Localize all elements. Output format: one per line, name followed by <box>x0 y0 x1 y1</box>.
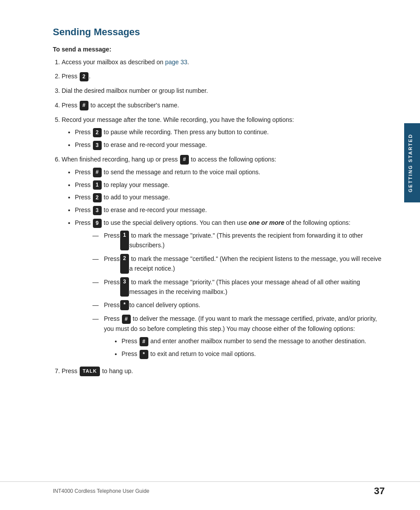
step-6-bullets: Press # to send the message and return t… <box>75 167 385 362</box>
step-5-text: Record your message after the tone. Whil… <box>62 116 294 123</box>
key-hash-step6: # <box>180 155 189 164</box>
step-1: Access your mailbox as described on page… <box>62 57 385 67</box>
dash-3: — Press 3 to mark the message "priority.… <box>92 277 385 297</box>
dash-5: — Press # to deliver the message. (If yo… <box>92 314 385 362</box>
dash-list: — Press 1 to mark the message "private."… <box>92 231 385 362</box>
dash-1: — Press 1 to mark the message "private."… <box>92 231 385 250</box>
step-2-text-before: Press <box>62 73 79 80</box>
step-1-text-after: . <box>188 59 189 66</box>
key-3-s5b2: 3 <box>93 141 102 150</box>
sub-bullet-list: Press # and enter another mailbox number… <box>122 336 385 359</box>
dash-5-content: Press # to deliver the message. (If you … <box>104 314 385 362</box>
footer-page-number: 37 <box>374 485 385 497</box>
step-5-bullets: Press 2 to pause while recording. Then p… <box>75 127 385 150</box>
dash-sym-1: — <box>92 231 101 250</box>
step-1-text-before: Access your mailbox as described on <box>62 59 165 66</box>
sub-bullet-1: Press # and enter another mailbox number… <box>122 336 385 346</box>
dash-2: — Press 2 to mark the message "certified… <box>92 254 385 274</box>
s5b2-after: to erase and re-record your message. <box>102 141 207 148</box>
section-label: GETTING STARTED <box>408 133 413 192</box>
step-7-before: Press <box>62 367 79 374</box>
intro-label: To send a message: <box>53 46 385 53</box>
key-hash-s6b1: # <box>93 168 102 177</box>
dash-sym-3: — <box>92 277 101 297</box>
step-6: When finished recording, hang up or pres… <box>62 154 385 362</box>
key-1-d1: 1 <box>120 231 129 250</box>
key-2-d2: 2 <box>120 254 129 274</box>
dash-sym-5: — <box>92 314 101 362</box>
page-container: GETTING STARTED Sending Messages To send… <box>0 0 420 510</box>
page-title: Sending Messages <box>53 26 385 38</box>
key-3-d3: 3 <box>120 277 129 297</box>
key-hash-sb1: # <box>140 337 148 346</box>
step-4-text-before: Press <box>62 102 79 109</box>
s5b1-after: to pause while recording. Then press any… <box>102 128 269 136</box>
step-7-after: to hang up. <box>100 367 133 374</box>
key-3-s6b4: 3 <box>93 206 102 215</box>
sub-bullet-2: Press * to exit and return to voice mail… <box>122 349 385 359</box>
key-talk-step7: TALK <box>80 367 100 376</box>
step-6-text-before: When finished recording, hang up or pres… <box>62 156 180 163</box>
key-2-step2: 2 <box>80 72 88 81</box>
key-9-s6b5: 9 <box>93 219 102 228</box>
dash-4: — Press * to cancel delivery options. <box>92 300 385 310</box>
dash-sym-4: — <box>92 300 101 310</box>
s5b1-before: Press <box>75 128 92 136</box>
step-1-link[interactable]: page 33 <box>165 59 188 66</box>
footer-left: INT4000 Cordless Telephone User Guide <box>53 488 149 494</box>
dash-sym-2: — <box>92 254 101 274</box>
s5b2-before: Press <box>75 141 92 148</box>
step-4-text-after: to accept the subscriber's name. <box>89 102 179 109</box>
step-5-bullet-2: Press 3 to erase and re-record your mess… <box>75 140 385 150</box>
step-7: Press TALK to hang up. <box>62 366 385 376</box>
key-hash-d5: # <box>122 315 131 324</box>
main-list: Access your mailbox as described on page… <box>62 57 385 376</box>
side-tab: GETTING STARTED <box>404 123 420 202</box>
step-4: Press # to accept the subscriber's name. <box>62 100 385 110</box>
key-2-s6b3: 2 <box>93 193 102 202</box>
step-6-text-after: to access the following options: <box>189 156 276 163</box>
step-5-bullet-1: Press 2 to pause while recording. Then p… <box>75 127 385 137</box>
key-hash-step4: # <box>80 101 88 110</box>
step-2: Press 2. <box>62 71 385 81</box>
key-star-sb2: * <box>140 350 148 359</box>
step-3: Dial the desired mailbox number or group… <box>62 86 385 95</box>
s6-bullet-4: Press 3 to erase and re-record your mess… <box>75 205 385 215</box>
one-or-more: one or more <box>249 219 284 226</box>
key-star-d4: * <box>120 300 129 310</box>
page-footer: INT4000 Cordless Telephone User Guide 37 <box>0 481 420 497</box>
step-2-text-after: . <box>89 73 91 80</box>
s6-bullet-3: Press 2 to add to your message. <box>75 192 385 202</box>
step-5: Record your message after the tone. Whil… <box>62 115 385 150</box>
s6-bullet-5: Press 9 to use the special delivery opti… <box>75 218 385 362</box>
key-2-s5b1: 2 <box>93 128 102 137</box>
s6-bullet-1: Press # to send the message and return t… <box>75 167 385 177</box>
key-1-s6b2: 1 <box>93 180 102 190</box>
step-3-text: Dial the desired mailbox number or group… <box>62 87 208 94</box>
s6-bullet-2: Press 1 to replay your message. <box>75 180 385 190</box>
